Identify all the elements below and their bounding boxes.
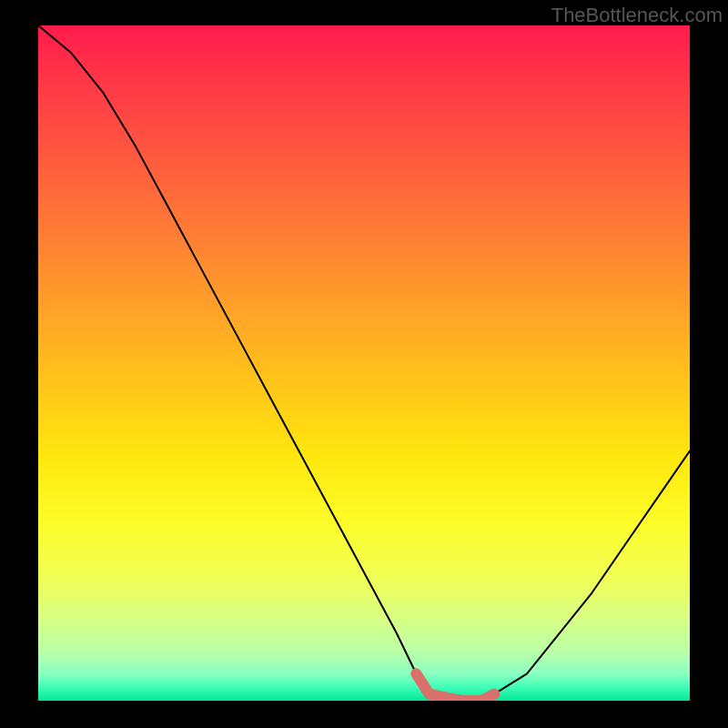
optimal-range-highlight [416,673,494,701]
chart-svg [38,25,690,701]
watermark-text: TheBottleneck.com [551,4,723,27]
plot-area [38,25,690,701]
bottleneck-curve [38,25,690,701]
